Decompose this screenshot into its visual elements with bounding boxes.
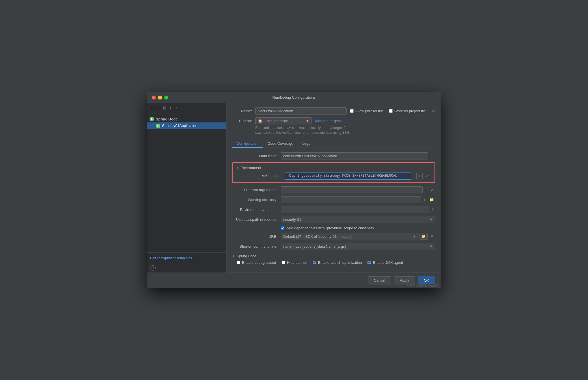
traffic-lights [152, 96, 168, 100]
jre-label: JRE: [232, 234, 277, 239]
program-args-input[interactable] [281, 186, 423, 193]
spring-boot-group-header[interactable]: ▶ Spring Boot [147, 116, 226, 122]
enable-debug-checkbox[interactable] [237, 261, 240, 264]
enable-debug-label: Enable debug output [242, 260, 276, 265]
spring-boot-icon: ▶ [150, 117, 154, 121]
spring-boot-section-label: Spring Boot [237, 254, 256, 258]
jre-dropdown-wrapper: Default (17 – SDK of 'security-01' modul… [281, 233, 418, 240]
cancel-button[interactable]: Cancel [368, 276, 391, 284]
tab-configuration[interactable]: Configuration [232, 140, 263, 148]
allow-parallel-option[interactable]: Allow parallel run [350, 109, 383, 113]
environment-collapse-icon: ▼ [236, 166, 239, 169]
env-vars-row: Environment variables: ⎘ [232, 206, 435, 213]
security01-tree-item[interactable]: ▶ Security01Application [147, 122, 226, 129]
env-vars-input-group: ⎘ [281, 206, 435, 213]
ok-button[interactable]: OK [418, 276, 435, 284]
move-up-button[interactable]: ↑ [169, 105, 172, 111]
title-bar: Run/Debug Configurations [147, 92, 441, 103]
hide-banner-option[interactable]: Hide banner [282, 260, 307, 265]
main-class-browse-button[interactable]: ··· [429, 153, 435, 159]
local-machine-dropdown[interactable]: 🏠 Local machine ▼ [255, 117, 312, 124]
right-panel: Name: Allow parallel run Store as projec… [226, 103, 441, 273]
name-input[interactable] [255, 107, 347, 115]
environment-section-title[interactable]: ▼ Environment [236, 166, 431, 170]
window-title: Run/Debug Configurations [272, 95, 315, 100]
dropdown-chevron-icon: ▼ [306, 119, 309, 123]
vm-actions: + ⤢ [416, 173, 431, 179]
env-vars-label: Environment variables: [232, 208, 277, 212]
remove-config-button[interactable]: − [156, 105, 160, 111]
jre-input-group: Default (17 – SDK of 'security-01' modul… [281, 233, 435, 240]
home-icon: 🏠 [258, 119, 262, 123]
spring-options-row: Enable debug output Hide banner Enable l… [232, 260, 435, 265]
enable-jmx-option[interactable]: Enable JMX agent [368, 260, 403, 265]
main-class-input[interactable] [281, 152, 428, 159]
tab-code-coverage[interactable]: Code Coverage [263, 140, 298, 148]
vm-options-add-button[interactable]: + [416, 173, 423, 179]
program-args-input-group: + ⤢ [281, 186, 435, 193]
main-class-input-group: ··· [281, 152, 435, 159]
close-button[interactable] [152, 96, 156, 100]
shorten-cmd-dropdown-wrapper: none - java [options] className [args] ▼ [281, 243, 435, 250]
hide-banner-checkbox[interactable] [282, 261, 285, 264]
edit-templates-link[interactable]: Edit configuration templates... [150, 256, 195, 260]
classpath-dropdown[interactable]: security-01 [281, 216, 435, 223]
working-dir-label: Working directory: [232, 198, 277, 202]
sort-button[interactable]: ↕ [174, 105, 178, 111]
vm-options-input[interactable] [285, 172, 411, 180]
add-config-button[interactable]: + [150, 105, 154, 111]
watermark: CSDN @左灯右行的爱情 [407, 284, 439, 288]
apply-button[interactable]: Apply [394, 276, 415, 284]
add-dependencies-option[interactable]: Add dependencies with "provided" scope t… [281, 226, 374, 230]
gear-icon[interactable]: ⚙ [431, 109, 435, 113]
manage-targets-link[interactable]: Manage targets... [315, 119, 344, 123]
store-as-project-checkbox[interactable] [389, 109, 393, 113]
spring-boot-collapse-icon: ▼ [232, 254, 235, 258]
spring-boot-section-header[interactable]: ▼ Spring Boot [232, 254, 435, 258]
program-args-add-button[interactable]: + [424, 187, 428, 193]
allow-parallel-checkbox[interactable] [350, 109, 354, 113]
store-as-project-option[interactable]: Store as project file [389, 109, 426, 113]
spring-boot-section: ▼ Spring Boot Enable debug output Hide b… [232, 254, 435, 265]
shorten-cmd-dropdown[interactable]: none - java [options] className [args] [281, 243, 435, 250]
allow-parallel-label: Allow parallel run [355, 109, 383, 113]
enable-debug-option[interactable]: Enable debug output [237, 260, 276, 265]
jre-browse-button[interactable]: 📁 [420, 233, 428, 240]
add-dependencies-label: Add dependencies with "provided" scope t… [287, 226, 374, 230]
add-dependencies-checkbox[interactable] [281, 226, 284, 230]
env-vars-copy-button[interactable]: ⎘ [431, 207, 435, 212]
enable-jmx-checkbox[interactable] [368, 261, 371, 264]
copy-config-button[interactable]: ⧉ [162, 105, 167, 111]
name-label: Name: [232, 109, 252, 113]
shorten-cmd-row: Shorten command line: none - java [optio… [232, 243, 435, 250]
environment-label: Environment [241, 166, 261, 170]
zoom-button[interactable] [164, 96, 168, 100]
program-args-label: Program arguments: [232, 188, 277, 192]
working-dir-input[interactable] [281, 196, 421, 203]
main-class-row: Main class: ··· [232, 152, 435, 159]
minimize-button[interactable] [158, 96, 162, 100]
jre-row: JRE: Default (17 – SDK of 'security-01' … [232, 233, 435, 240]
spring-boot-group: ▶ Spring Boot ▶ Security01Application [147, 115, 226, 130]
tab-logs[interactable]: Logs [298, 140, 315, 148]
enable-launch-label: Enable launch optimization [318, 260, 362, 265]
help-button[interactable]: ? [150, 265, 156, 271]
working-dir-input-group: + 📁 [281, 196, 435, 203]
vm-options-row: VM options: + ⤢ [236, 172, 431, 180]
header-row: Name: Allow parallel run Store as projec… [232, 107, 435, 115]
vm-options-expand-button[interactable]: ⤢ [424, 173, 431, 179]
shorten-cmd-label: Shorten command line: [232, 244, 277, 249]
program-args-expand-button[interactable]: ⤢ [429, 187, 435, 193]
jre-dropdown-expand-button[interactable]: ▼ [429, 234, 435, 239]
enable-launch-checkbox[interactable] [313, 261, 316, 264]
hide-banner-label: Hide banner [287, 260, 307, 265]
main-class-label: Main class: [232, 154, 277, 158]
working-dir-browse-button[interactable]: 📁 [428, 197, 435, 202]
sidebar-bottom-bar: ? [147, 264, 226, 273]
working-dir-add-button[interactable]: + [422, 197, 427, 202]
env-vars-input[interactable] [281, 206, 429, 213]
classpath-row: Use classpath of module: security-01 ▼ [232, 216, 435, 223]
sidebar-footer: Edit configuration templates... [147, 252, 226, 264]
enable-launch-option[interactable]: Enable launch optimization [313, 260, 362, 265]
jre-dropdown[interactable]: Default (17 – SDK of 'security-01' modul… [281, 233, 418, 240]
